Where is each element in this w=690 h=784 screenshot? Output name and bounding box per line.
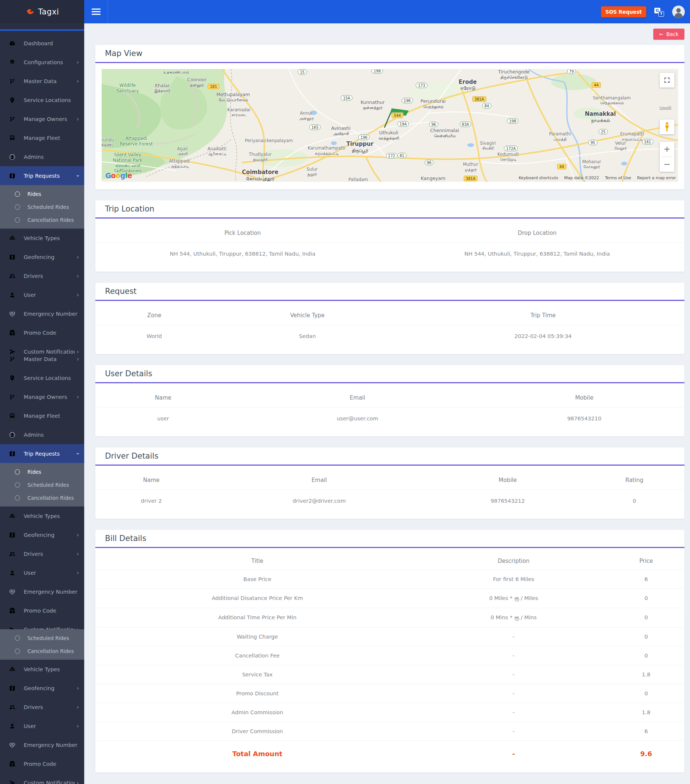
sidebar-item-promo-code[interactable]: Promo Code <box>0 754 84 773</box>
sidebar-item-vehicle-types[interactable]: Vehicle Types <box>0 660 84 679</box>
column-header: Price <box>608 550 684 570</box>
sidebar-subitem-scheduled-rides[interactable]: Scheduled Rides <box>0 200 84 213</box>
sidebar-item-manage-owners[interactable]: Manage Owners› <box>0 387 84 406</box>
sidebar-item-label: Dashboard <box>24 40 79 46</box>
sidebar-item-custom-notification[interactable]: Custom Notification› <box>0 773 84 784</box>
sidebar-item-emergency-number[interactable]: Emergency Number <box>0 735 84 754</box>
sidebar-item-manage-fleet[interactable]: Manage Fleet <box>0 406 84 425</box>
sidebar-item-dashboard[interactable]: Dashboard <box>0 34 84 53</box>
sidebar-item-trip-requests[interactable]: Trip Requests› <box>0 444 84 463</box>
sidebar-subitem-scheduled-rides[interactable]: Scheduled Rides <box>0 478 84 491</box>
map-zoom-control: + − <box>660 142 674 172</box>
sidebar-item-admins[interactable]: Admins <box>0 425 84 444</box>
map-fullscreen-button[interactable] <box>660 73 674 87</box>
sidebar-item-label: Geofencing <box>24 254 74 260</box>
sidebar-item-label: Manage Owners <box>24 394 74 400</box>
heartbeat-icon <box>9 742 16 748</box>
sidebar-item-user[interactable]: User› <box>0 285 84 304</box>
sidebar-item-master-data[interactable]: Master Data› <box>0 349 84 369</box>
chevron-right-icon: › <box>77 254 79 260</box>
sidebar-item-promo-code[interactable]: Promo Code <box>0 601 84 620</box>
column-header: Vehicle Type <box>213 302 402 324</box>
translate-icon[interactable]: GT <box>654 7 664 17</box>
brand-logo[interactable]: Tagxi <box>0 0 84 23</box>
sidebar-subitem-cancellation-rides[interactable]: Cancellation Rides <box>0 213 84 226</box>
sidebar-subitem-rides[interactable]: Rides <box>0 465 84 478</box>
bill-row-price: 1.8 <box>608 703 684 721</box>
radio-icon <box>15 495 20 501</box>
sidebar-item-geofencing[interactable]: Geofencing› <box>0 679 84 698</box>
user-mobile-value: 9876543210 <box>484 407 684 433</box>
chevron-right-icon: › <box>77 551 79 557</box>
bill-row: Additional Disatance Price Per Km0 Miles… <box>96 589 684 608</box>
map-pegman-button[interactable] <box>660 119 674 134</box>
zoom-in-button[interactable]: + <box>660 142 674 156</box>
sidebar-item-trip-requests[interactable]: Trip Requests› <box>0 166 84 185</box>
sidebar-subitem-label: Cancellation Rides <box>28 495 74 501</box>
sidebar-item-label: Manage Owners <box>24 116 74 122</box>
sidebar-subitem-label: Rides <box>28 469 41 475</box>
sidebar-subitem-rides[interactable]: Rides <box>0 188 84 200</box>
sidebar-item-geofencing[interactable]: Geofencing› <box>0 525 84 544</box>
pin-icon <box>9 375 16 381</box>
sidebar-subitem-scheduled-rides[interactable]: Scheduled Rides <box>0 631 84 644</box>
sidebar-item-user[interactable]: User› <box>0 563 84 582</box>
map-view-card: Map View <box>96 45 684 189</box>
bill-row: Service Tax-1.8 <box>96 665 684 684</box>
user-circle-icon <box>9 153 16 160</box>
send-icon <box>9 779 16 784</box>
bill-row-title: Service Tax <box>96 665 419 684</box>
radio-icon <box>15 483 20 488</box>
sidebar-item-label: Master Data <box>24 78 74 84</box>
map-icon <box>9 254 16 260</box>
sidebar-item-drivers[interactable]: Drivers› <box>0 267 84 285</box>
zoom-out-button[interactable]: − <box>660 157 674 172</box>
sidebar-item-drivers[interactable]: Drivers› <box>0 544 84 563</box>
map-attribution: Keyboard shortcutsMap data ©2022Terms of… <box>519 176 676 180</box>
back-label: Back <box>666 31 678 37</box>
sidebar-item-master-data[interactable]: Master Data› <box>0 72 84 91</box>
main-area: SOS Request GT ← Back Map View <box>84 0 690 784</box>
bill-row-price: 0 <box>608 589 684 608</box>
sidebar-subitem-cancellation-rides[interactable]: Cancellation Rides <box>0 644 84 657</box>
sidebar-item-emergency-number[interactable]: Emergency Number <box>0 304 84 323</box>
sos-request-button[interactable]: SOS Request <box>601 6 646 17</box>
sidebar-item-service-locations[interactable]: Service Locations <box>0 369 84 387</box>
sidebar-item-geofencing[interactable]: Geofencing› <box>0 247 84 267</box>
sidebar-item-service-locations[interactable]: Service Locations <box>0 91 84 109</box>
sidebar-subitem-cancellation-rides[interactable]: Cancellation Rides <box>0 491 84 504</box>
sidebar-item-vehicle-types[interactable]: Vehicle Types <box>0 506 84 525</box>
sidebar-item-configurations[interactable]: Configurations› <box>0 53 84 72</box>
sidebar-item-admins[interactable]: Admins <box>0 147 84 166</box>
sidebar-item-vehicle-types[interactable]: Vehicle Types <box>0 229 84 247</box>
driver-details-card: Driver Details Name Email Mobile Rating … <box>96 448 684 519</box>
driver-email-value: driver2@driver.com <box>207 490 431 515</box>
request-title: Request <box>105 287 137 296</box>
google-logo[interactable]: Google <box>105 171 132 180</box>
user-avatar[interactable] <box>672 6 685 18</box>
map-attribution-item[interactable]: Keyboard shortcuts <box>519 176 558 180</box>
map-attribution-item[interactable]: Report a map error <box>637 176 676 180</box>
map-attribution-item[interactable]: Terms of Use <box>605 176 631 180</box>
chevron-right-icon: › <box>77 570 79 576</box>
page-content: ← Back Map View <box>84 23 690 784</box>
sidebar-item-user[interactable]: User› <box>0 716 84 735</box>
sidebar-item-manage-fleet[interactable]: Manage Fleet <box>0 128 84 147</box>
sidebar-item-emergency-number[interactable]: Emergency Number <box>0 582 84 601</box>
total-amount-label: Total Amount <box>96 741 419 769</box>
radio-icon <box>15 649 20 654</box>
sidebar-item-manage-owners[interactable]: Manage Owners› <box>0 109 84 128</box>
bill-row-description: 0 Miles * ரூ / Miles <box>419 589 608 608</box>
hamburger-menu-button[interactable] <box>84 0 108 23</box>
sidebar-item-promo-code[interactable]: Promo Code <box>0 323 84 342</box>
sidebar-item-label: Custom Notification <box>24 780 74 784</box>
branch-icon <box>9 356 16 362</box>
google-map[interactable]: உதகமண்டலம்Tiruchengodeதிருச்செங்கோடுErod… <box>102 69 678 182</box>
sidebar-item-label: Emergency Number <box>24 311 79 317</box>
gift-icon <box>9 761 16 767</box>
driver-mobile-value: 9876543212 <box>431 490 584 515</box>
sidebar-item-drivers[interactable]: Drivers› <box>0 698 84 716</box>
back-button[interactable]: ← Back <box>653 28 684 40</box>
bill-row-price: 0 <box>608 646 684 665</box>
sidebar-item-label: Drivers <box>24 704 74 710</box>
